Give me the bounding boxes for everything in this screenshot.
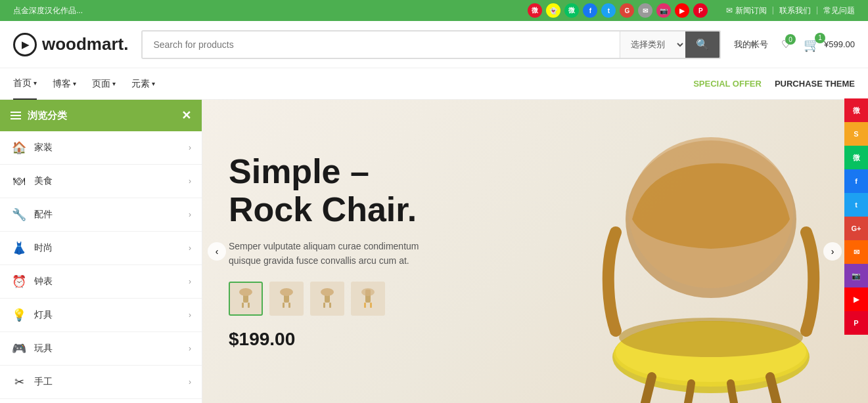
sidebar: 浏览分类 ✕ 🏠 家装 › 🍽 美食 › 🔧 配件 › 👗 时尚 › ⏰ 钟表 … <box>0 100 202 403</box>
topbar-youtube-icon[interactable]: ▶ <box>675 3 689 18</box>
nav-item-2[interactable]: 页面▾ <box>92 69 116 99</box>
side-social-wechat[interactable]: 微 <box>844 146 868 169</box>
sidebar-icon-0: 🏠 <box>11 139 28 156</box>
side-social-youtube[interactable]: ▶ <box>844 287 868 311</box>
side-social-googleplus[interactable]: G+ <box>844 217 868 240</box>
sidebar-items-list: 🏠 家装 › 🍽 美食 › 🔧 配件 › 👗 时尚 › ⏰ 钟表 › 💡 灯具 … <box>0 131 202 403</box>
svg-rect-10 <box>323 303 325 308</box>
sidebar-label-7: 手工 <box>34 376 189 388</box>
nav-item-1[interactable]: 博客▾ <box>53 69 76 99</box>
nav-arrow-1: ▾ <box>73 80 76 87</box>
sidebar-item-美食[interactable]: 🍽 美食 › <box>0 165 202 198</box>
side-social-weibo[interactable]: 微 <box>844 98 868 122</box>
nav-item-0[interactable]: 首页▾ <box>13 68 37 100</box>
search-bar: 选择类别 🔍 <box>141 30 721 59</box>
sidebar-label-2: 配件 <box>34 209 189 221</box>
sidebar-title: 浏览分类 <box>28 110 67 122</box>
topbar-googleplus-icon[interactable]: G <box>620 3 634 18</box>
sidebar-arrow-6: › <box>189 344 191 353</box>
main-layout: 浏览分类 ✕ 🏠 家装 › 🍽 美食 › 🔧 配件 › 👗 时尚 › ⏰ 钟表 … <box>0 100 868 403</box>
sidebar-arrow-7: › <box>189 377 191 387</box>
hero-thumb-1[interactable] <box>229 282 263 316</box>
nav-arrow-0: ▾ <box>34 79 37 87</box>
sidebar-item-手工[interactable]: ✂ 手工 › <box>0 366 202 399</box>
nav-label-2: 页面 <box>92 78 110 90</box>
sidebar-item-时尚[interactable]: 👗 时尚 › <box>0 232 202 265</box>
svg-point-21 <box>619 318 803 357</box>
category-select[interactable]: 选择类别 <box>620 32 685 58</box>
hero-description: Semper vulputate aliquam curae condiment… <box>229 239 426 268</box>
sidebar-arrow-1: › <box>189 177 191 186</box>
topbar-link-0[interactable]: ✉ 新闻订阅 <box>726 5 766 16</box>
top-bar-right: 微👻微ftG✉📷▶P ✉ 新闻订阅|联系我们|常见问题 <box>528 3 855 18</box>
topbar-wechat-icon[interactable]: 微 <box>564 3 579 18</box>
topbar-divider: | <box>816 5 818 16</box>
side-social-pinterest[interactable]: P <box>844 311 868 335</box>
sidebar-label-3: 时尚 <box>34 242 189 254</box>
hamburger-icon[interactable] <box>11 112 21 119</box>
header: ▶ woodmart. 选择类别 🔍 我的帐号 ♡ 0 🛒 1 ¥599.00 <box>0 21 868 68</box>
svg-rect-6 <box>283 303 285 308</box>
svg-point-1 <box>239 288 252 296</box>
topbar-snapchat-icon[interactable]: 👻 <box>546 3 560 18</box>
svg-rect-7 <box>288 303 290 308</box>
announcement: 点金深度汉化作品... <box>13 5 83 16</box>
side-social-email[interactable]: ✉ <box>844 240 868 264</box>
side-social-twitter[interactable]: t <box>844 193 868 217</box>
hero-thumbnails <box>229 282 426 316</box>
sidebar-item-家装[interactable]: 🏠 家装 › <box>0 131 202 165</box>
hero-price: $199.00 <box>229 329 426 350</box>
sidebar-item-配件[interactable]: 🔧 配件 › <box>0 198 202 232</box>
topbar-weibo-icon[interactable]: 微 <box>528 3 542 18</box>
topbar-twitter-icon[interactable]: t <box>601 3 616 18</box>
nav-label-0: 首页 <box>13 77 32 89</box>
cart-badge: 1 <box>815 33 825 43</box>
sidebar-icon-2: 🔧 <box>11 206 28 223</box>
sidebar-arrow-0: › <box>189 143 191 152</box>
logo[interactable]: ▶ woodmart. <box>13 33 128 56</box>
side-social-snapchat[interactable]: S <box>844 122 868 146</box>
nav-right: SPECIAL OFFER PURCHASE THEME <box>693 79 855 89</box>
sidebar-icon-7: ✂ <box>11 373 28 391</box>
side-social-facebook[interactable]: f <box>844 169 868 193</box>
special-offer-link[interactable]: SPECIAL OFFER <box>693 79 762 89</box>
topbar-instagram-icon[interactable]: 📷 <box>656 3 671 18</box>
nav: 首页▾博客▾页面▾元素▾ SPECIAL OFFER PURCHASE THEM… <box>0 68 868 100</box>
nav-item-3[interactable]: 元素▾ <box>131 69 155 99</box>
wishlist-button[interactable]: ♡ 0 <box>781 38 790 51</box>
sidebar-item-简约[interactable]: 📐 简约 › <box>0 399 202 403</box>
cart-button[interactable]: 🛒 1 ¥599.00 <box>804 37 855 53</box>
header-right: 我的帐号 ♡ 0 🛒 1 ¥599.00 <box>734 37 855 53</box>
hero-thumb-2[interactable] <box>269 282 304 316</box>
hero-thumb-4[interactable] <box>351 282 385 316</box>
search-button[interactable]: 🔍 <box>685 32 720 58</box>
sidebar-label-5: 灯具 <box>34 309 189 321</box>
topbar-pinterest-icon[interactable]: P <box>693 3 708 18</box>
nav-label-1: 博客 <box>53 78 71 90</box>
topbar-link-1[interactable]: 联系我们 <box>779 5 811 16</box>
side-social-instagram[interactable]: 📷 <box>844 264 868 287</box>
purchase-theme-link[interactable]: PURCHASE THEME <box>775 79 855 89</box>
hero-next-button[interactable]: › <box>823 242 842 261</box>
nav-arrow-2: ▾ <box>112 80 116 87</box>
sidebar-item-灯具[interactable]: 💡 灯具 › <box>0 299 202 332</box>
account-link[interactable]: 我的帐号 <box>734 39 768 51</box>
svg-point-5 <box>280 288 293 296</box>
hero-thumb-3[interactable] <box>310 282 344 316</box>
topbar-facebook-icon[interactable]: f <box>583 3 597 18</box>
hero-section: ‹ Simple –Rock Chair. Semper vulputate a… <box>202 100 868 403</box>
sidebar-item-钟表[interactable]: ⏰ 钟表 › <box>0 265 202 299</box>
svg-rect-15 <box>370 303 372 308</box>
sidebar-icon-3: 👗 <box>11 240 28 257</box>
sidebar-header: 浏览分类 ✕ <box>0 100 202 131</box>
sidebar-icon-4: ⏰ <box>11 273 28 290</box>
hero-prev-button[interactable]: ‹ <box>208 242 226 261</box>
svg-rect-2 <box>242 303 244 308</box>
social-icons: 微👻微ftG✉📷▶P <box>528 3 708 18</box>
sidebar-item-玩具[interactable]: 🎮 玩具 › <box>0 332 202 366</box>
topbar-email-icon[interactable]: ✉ <box>638 3 652 18</box>
sidebar-arrow-4: › <box>189 277 191 286</box>
topbar-link-2[interactable]: 常见问题 <box>823 5 855 16</box>
sidebar-close-icon[interactable]: ✕ <box>181 108 191 123</box>
search-input[interactable] <box>143 32 620 58</box>
